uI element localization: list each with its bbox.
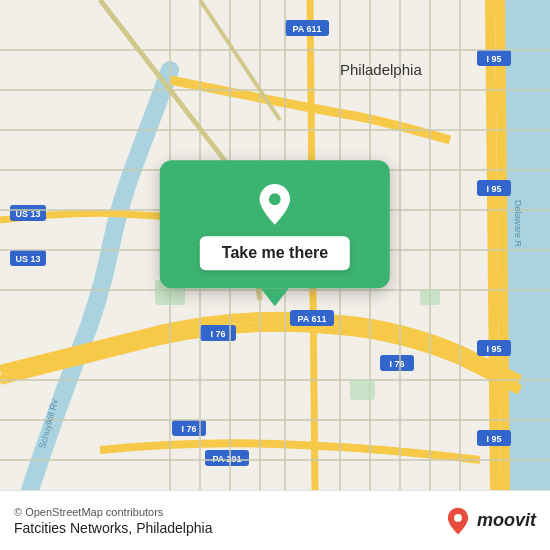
svg-text:I 95: I 95 [486,184,501,194]
button-overlay: Take me there [160,160,390,306]
svg-text:I 95: I 95 [486,434,501,444]
moovit-pin-icon [444,507,472,535]
svg-rect-48 [420,290,440,305]
svg-text:Delaware R: Delaware R [513,200,523,248]
svg-text:Philadelphia: Philadelphia [340,61,422,78]
location-text: Fatcities Networks, Philadelphia [14,520,212,536]
svg-text:PA 611: PA 611 [297,314,326,324]
take-me-there-button[interactable]: Take me there [200,236,350,270]
svg-text:US 13: US 13 [15,254,40,264]
svg-text:I 76: I 76 [181,424,196,434]
osm-attribution: © OpenStreetMap contributors [14,506,212,518]
svg-point-53 [454,514,462,522]
svg-text:I 76: I 76 [389,359,404,369]
map-container: I 76 PA 291 I 95 I 95 I 95 I 95 PA 611 P… [0,0,550,490]
svg-point-52 [269,193,281,205]
moovit-text: moovit [477,510,536,531]
svg-text:PA 611: PA 611 [292,24,321,34]
svg-rect-1 [505,0,550,490]
location-pin-icon [253,182,297,226]
svg-text:I 95: I 95 [486,54,501,64]
svg-text:I 95: I 95 [486,344,501,354]
moovit-logo: moovit [444,507,536,535]
card-pointer [261,288,289,306]
footer-left: © OpenStreetMap contributors Fatcities N… [14,506,212,536]
svg-rect-47 [350,380,375,400]
svg-text:PA 291: PA 291 [212,454,241,464]
footer: © OpenStreetMap contributors Fatcities N… [0,490,550,550]
green-card: Take me there [160,160,390,288]
svg-text:I 76: I 76 [210,329,225,339]
